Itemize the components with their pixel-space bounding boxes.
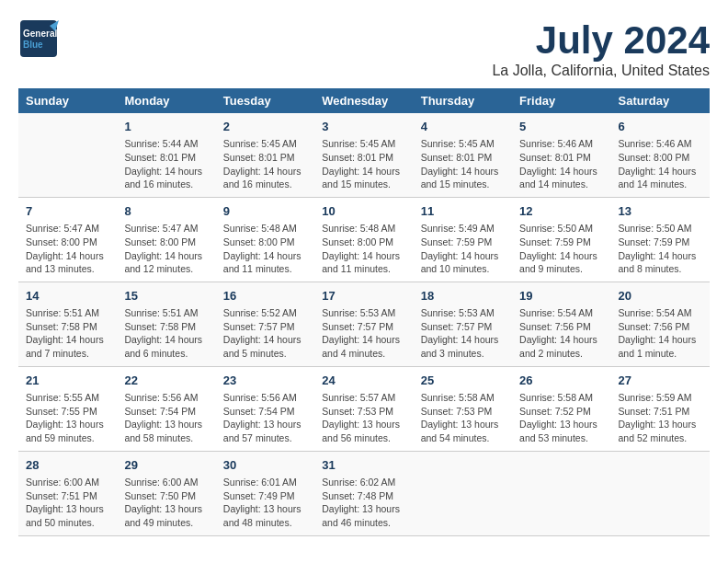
day-info: Sunrise: 5:45 AM Sunset: 8:01 PM Dayligh… xyxy=(322,137,405,191)
day-number: 21 xyxy=(26,373,109,389)
day-info: Sunrise: 5:59 AM Sunset: 7:51 PM Dayligh… xyxy=(619,391,702,445)
day-header-saturday: Saturday xyxy=(611,88,710,113)
day-number: 26 xyxy=(519,373,603,389)
calendar-cell: 27Sunrise: 5:59 AM Sunset: 7:51 PM Dayli… xyxy=(611,366,710,451)
day-info: Sunrise: 5:58 AM Sunset: 7:52 PM Dayligh… xyxy=(519,391,603,445)
day-number: 1 xyxy=(124,119,208,135)
week-row-1: 1Sunrise: 5:44 AM Sunset: 8:01 PM Daylig… xyxy=(18,113,710,197)
calendar-cell xyxy=(18,113,117,197)
calendar-cell: 28Sunrise: 6:00 AM Sunset: 7:51 PM Dayli… xyxy=(18,451,117,535)
day-number: 27 xyxy=(619,373,702,389)
day-number: 30 xyxy=(223,457,307,474)
calendar-cell xyxy=(611,451,710,535)
calendar-cell xyxy=(512,451,610,535)
calendar-cell xyxy=(414,451,512,535)
calendar-table: SundayMondayTuesdayWednesdayThursdayFrid… xyxy=(18,88,710,536)
calendar-cell: 16Sunrise: 5:52 AM Sunset: 7:57 PM Dayli… xyxy=(216,282,314,366)
day-number: 5 xyxy=(519,119,603,135)
calendar-cell: 25Sunrise: 5:58 AM Sunset: 7:53 PM Dayli… xyxy=(414,366,512,451)
day-info: Sunrise: 5:46 AM Sunset: 8:01 PM Dayligh… xyxy=(519,137,603,191)
day-info: Sunrise: 5:56 AM Sunset: 7:54 PM Dayligh… xyxy=(223,391,307,445)
day-number: 3 xyxy=(322,119,405,135)
location: La Jolla, California, United States xyxy=(492,63,710,79)
day-number: 10 xyxy=(322,203,405,220)
day-info: Sunrise: 5:45 AM Sunset: 8:01 PM Dayligh… xyxy=(421,137,505,191)
calendar-cell: 23Sunrise: 5:56 AM Sunset: 7:54 PM Dayli… xyxy=(216,366,314,451)
month-title: July 2024 xyxy=(492,18,710,63)
calendar-cell: 31Sunrise: 6:02 AM Sunset: 7:48 PM Dayli… xyxy=(314,451,413,535)
day-number: 4 xyxy=(421,119,505,135)
day-info: Sunrise: 5:46 AM Sunset: 8:00 PM Dayligh… xyxy=(619,137,702,191)
svg-text:Blue: Blue xyxy=(23,40,43,50)
day-info: Sunrise: 5:56 AM Sunset: 7:54 PM Dayligh… xyxy=(124,391,208,445)
day-info: Sunrise: 5:51 AM Sunset: 7:58 PM Dayligh… xyxy=(124,306,208,361)
day-number: 7 xyxy=(26,203,109,220)
calendar-cell: 3Sunrise: 5:45 AM Sunset: 8:01 PM Daylig… xyxy=(314,113,413,197)
day-info: Sunrise: 5:48 AM Sunset: 8:00 PM Dayligh… xyxy=(223,222,307,276)
page-header: General Blue July 2024 La Jolla, Califor… xyxy=(18,18,710,79)
calendar-cell: 12Sunrise: 5:50 AM Sunset: 7:59 PM Dayli… xyxy=(512,197,610,282)
day-info: Sunrise: 5:53 AM Sunset: 7:57 PM Dayligh… xyxy=(322,306,405,361)
calendar-cell: 29Sunrise: 6:00 AM Sunset: 7:50 PM Dayli… xyxy=(117,451,215,535)
logo: General Blue xyxy=(18,18,59,59)
day-number: 14 xyxy=(26,288,109,304)
day-info: Sunrise: 5:44 AM Sunset: 8:01 PM Dayligh… xyxy=(124,137,208,191)
day-number: 28 xyxy=(26,457,109,474)
calendar-cell: 4Sunrise: 5:45 AM Sunset: 8:01 PM Daylig… xyxy=(414,113,512,197)
calendar-cell: 19Sunrise: 5:54 AM Sunset: 7:56 PM Dayli… xyxy=(512,282,610,366)
day-header-monday: Monday xyxy=(117,88,215,113)
calendar-cell: 13Sunrise: 5:50 AM Sunset: 7:59 PM Dayli… xyxy=(611,197,710,282)
day-number: 11 xyxy=(421,203,505,220)
day-header-thursday: Thursday xyxy=(414,88,512,113)
calendar-cell: 15Sunrise: 5:51 AM Sunset: 7:58 PM Dayli… xyxy=(117,282,215,366)
calendar-cell: 21Sunrise: 5:55 AM Sunset: 7:55 PM Dayli… xyxy=(18,366,117,451)
calendar-cell: 5Sunrise: 5:46 AM Sunset: 8:01 PM Daylig… xyxy=(512,113,610,197)
calendar-cell: 14Sunrise: 5:51 AM Sunset: 7:58 PM Dayli… xyxy=(18,282,117,366)
day-info: Sunrise: 6:01 AM Sunset: 7:49 PM Dayligh… xyxy=(223,476,307,530)
calendar-cell: 6Sunrise: 5:46 AM Sunset: 8:00 PM Daylig… xyxy=(611,113,710,197)
day-number: 13 xyxy=(619,203,702,220)
day-info: Sunrise: 5:58 AM Sunset: 7:53 PM Dayligh… xyxy=(421,391,505,445)
day-number: 9 xyxy=(223,203,307,220)
calendar-cell: 11Sunrise: 5:49 AM Sunset: 7:59 PM Dayli… xyxy=(414,197,512,282)
day-info: Sunrise: 5:47 AM Sunset: 8:00 PM Dayligh… xyxy=(124,222,208,276)
day-info: Sunrise: 5:54 AM Sunset: 7:56 PM Dayligh… xyxy=(619,306,702,361)
day-info: Sunrise: 5:54 AM Sunset: 7:56 PM Dayligh… xyxy=(519,306,603,361)
day-header-sunday: Sunday xyxy=(18,88,117,113)
day-number: 16 xyxy=(223,288,307,304)
day-header-wednesday: Wednesday xyxy=(314,88,413,113)
calendar-cell: 30Sunrise: 6:01 AM Sunset: 7:49 PM Dayli… xyxy=(216,451,314,535)
calendar-cell: 26Sunrise: 5:58 AM Sunset: 7:52 PM Dayli… xyxy=(512,366,610,451)
calendar-cell: 17Sunrise: 5:53 AM Sunset: 7:57 PM Dayli… xyxy=(314,282,413,366)
day-number: 25 xyxy=(421,373,505,389)
day-number: 29 xyxy=(124,457,208,474)
calendar-cell: 10Sunrise: 5:48 AM Sunset: 8:00 PM Dayli… xyxy=(314,197,413,282)
day-info: Sunrise: 6:00 AM Sunset: 7:51 PM Dayligh… xyxy=(26,476,109,530)
day-number: 17 xyxy=(322,288,405,304)
day-number: 18 xyxy=(421,288,505,304)
day-info: Sunrise: 5:55 AM Sunset: 7:55 PM Dayligh… xyxy=(26,391,109,445)
day-number: 6 xyxy=(619,119,702,135)
day-header-tuesday: Tuesday xyxy=(216,88,314,113)
day-header-friday: Friday xyxy=(512,88,610,113)
week-row-5: 28Sunrise: 6:00 AM Sunset: 7:51 PM Dayli… xyxy=(18,451,710,535)
header-row: SundayMondayTuesdayWednesdayThursdayFrid… xyxy=(18,88,710,113)
day-number: 19 xyxy=(519,288,603,304)
day-number: 23 xyxy=(223,373,307,389)
calendar-cell: 1Sunrise: 5:44 AM Sunset: 8:01 PM Daylig… xyxy=(117,113,215,197)
week-row-3: 14Sunrise: 5:51 AM Sunset: 7:58 PM Dayli… xyxy=(18,282,710,366)
day-info: Sunrise: 5:51 AM Sunset: 7:58 PM Dayligh… xyxy=(26,306,109,361)
day-info: Sunrise: 5:50 AM Sunset: 7:59 PM Dayligh… xyxy=(619,222,702,276)
day-number: 22 xyxy=(124,373,208,389)
day-number: 24 xyxy=(322,373,405,389)
calendar-cell: 2Sunrise: 5:45 AM Sunset: 8:01 PM Daylig… xyxy=(216,113,314,197)
day-info: Sunrise: 5:57 AM Sunset: 7:53 PM Dayligh… xyxy=(322,391,405,445)
day-info: Sunrise: 5:48 AM Sunset: 8:00 PM Dayligh… xyxy=(322,222,405,276)
calendar-cell: 22Sunrise: 5:56 AM Sunset: 7:54 PM Dayli… xyxy=(117,366,215,451)
day-number: 31 xyxy=(322,457,405,474)
day-number: 2 xyxy=(223,119,307,135)
title-block: July 2024 La Jolla, California, United S… xyxy=(492,18,710,79)
day-number: 8 xyxy=(124,203,208,220)
calendar-cell: 24Sunrise: 5:57 AM Sunset: 7:53 PM Dayli… xyxy=(314,366,413,451)
day-info: Sunrise: 5:52 AM Sunset: 7:57 PM Dayligh… xyxy=(223,306,307,361)
